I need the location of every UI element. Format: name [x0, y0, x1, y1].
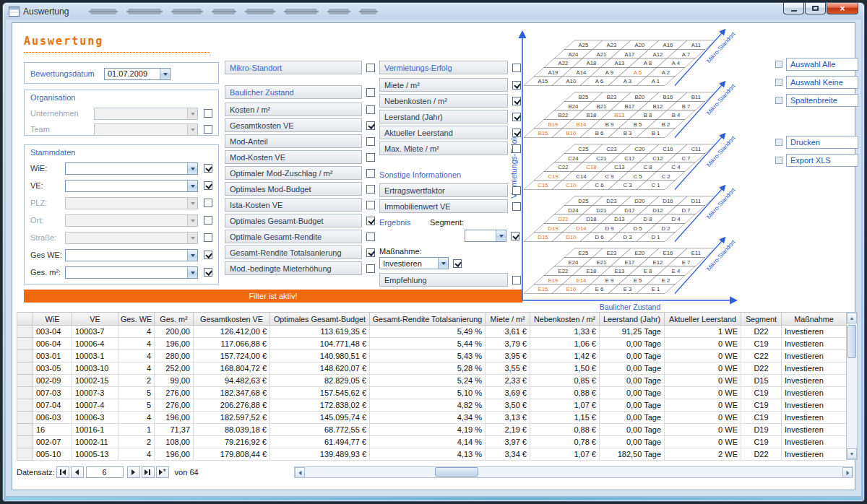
table-cell[interactable]: 10016-1: [72, 424, 118, 436]
field-combo[interactable]: [65, 180, 198, 192]
table-cell[interactable]: 006-04: [33, 338, 72, 350]
table-cell[interactable]: 0 WE: [665, 412, 741, 424]
table-cell[interactable]: 0 WE: [665, 350, 741, 362]
table-cell[interactable]: 5,43 %: [370, 350, 486, 362]
table-cell[interactable]: 252,00: [155, 362, 194, 375]
table-cell[interactable]: 007-04: [33, 399, 72, 412]
table-cell[interactable]: 5,28 %: [370, 362, 486, 375]
field-checkbox[interactable]: [366, 248, 375, 257]
table-cell[interactable]: 4: [118, 412, 155, 424]
table-cell[interactable]: 0,00 Tage: [600, 436, 665, 448]
field-checkbox[interactable]: [512, 276, 521, 284]
field-checkbox[interactable]: [512, 144, 521, 153]
button-checkbox[interactable]: [775, 157, 782, 164]
field-checkbox[interactable]: [204, 109, 212, 118]
table-cell[interactable]: 1,42 €: [530, 350, 600, 362]
first-record-button[interactable]: [56, 466, 69, 478]
table-cell[interactable]: 1,15 €: [530, 412, 600, 424]
table-cell[interactable]: 179.808,44 €: [194, 448, 270, 461]
table-cell[interactable]: 0,85 €: [530, 375, 600, 387]
table-cell[interactable]: 4: [118, 362, 155, 375]
table-cell[interactable]: 94.482,63 €: [194, 375, 270, 387]
table-cell[interactable]: 71,37: [155, 424, 194, 436]
table-cell[interactable]: 3,95 €: [486, 350, 530, 362]
table-cell[interactable]: 196,00: [155, 338, 194, 350]
table-cell[interactable]: 10007-4: [72, 399, 118, 412]
bewertungsdatum-combo[interactable]: 01.07.2009: [104, 68, 171, 80]
table-cell[interactable]: 182.597,52 €: [194, 412, 270, 424]
button-checkbox[interactable]: [775, 97, 782, 104]
field-checkbox[interactable]: [512, 64, 521, 72]
button-auswahl-alle[interactable]: Auswahl Alle: [786, 58, 858, 71]
table-cell[interactable]: 5,49 %: [370, 326, 486, 338]
table-cell[interactable]: C19: [741, 338, 782, 350]
field-combo[interactable]: [65, 214, 198, 227]
table-cell[interactable]: 0 WE: [665, 436, 741, 448]
table-cell[interactable]: 1,06 €: [530, 338, 600, 350]
table-cell[interactable]: 145.095,74 €: [270, 412, 370, 424]
menu-item-redacted[interactable]: [90, 9, 116, 14]
table-cell[interactable]: 0 WE: [665, 362, 741, 375]
table-cell[interactable]: C19: [741, 399, 782, 412]
column-header[interactable]: Nebenkosten / m²: [530, 313, 600, 326]
vertical-scroll-thumb[interactable]: [847, 325, 856, 358]
row-selector[interactable]: [17, 350, 33, 362]
field-combo[interactable]: [94, 108, 198, 120]
field-checkbox[interactable]: [204, 233, 212, 242]
table-cell[interactable]: 140.980,51 €: [270, 350, 370, 362]
table-cell[interactable]: 0 WE: [665, 338, 741, 350]
massnahme-checkbox[interactable]: [453, 259, 462, 268]
column-header[interactable]: VE: [72, 313, 118, 326]
table-cell[interactable]: Investieren: [782, 412, 847, 424]
table-cell[interactable]: 3,79 €: [486, 338, 530, 350]
scroll-left-button[interactable]: [295, 467, 305, 478]
table-cell[interactable]: 16: [33, 424, 72, 436]
table-cell[interactable]: 61.494,77 €: [270, 436, 370, 448]
vertical-scrollbar[interactable]: ▲ ▼: [846, 312, 858, 460]
table-cell[interactable]: 108,00: [155, 436, 194, 448]
segment-checkbox[interactable]: [511, 232, 519, 240]
table-cell[interactable]: 182.347,68 €: [194, 387, 270, 399]
row-selector[interactable]: [17, 326, 33, 338]
column-header[interactable]: Aktueller Leerstand: [665, 313, 741, 326]
table-cell[interactable]: 3,69 €: [486, 387, 530, 399]
previous-record-button[interactable]: [71, 466, 84, 478]
column-header[interactable]: Leerstand (Jahr): [600, 313, 665, 326]
table-cell[interactable]: 10002-11: [72, 436, 118, 448]
table-cell[interactable]: C22: [741, 350, 782, 362]
field-combo[interactable]: [65, 249, 198, 261]
row-selector-header[interactable]: [17, 313, 33, 326]
table-cell[interactable]: 5,24 %: [370, 375, 486, 387]
button-drucken[interactable]: Drucken: [786, 136, 858, 149]
table-cell[interactable]: 117.066,88 €: [194, 338, 270, 350]
field-checkbox[interactable]: [366, 88, 375, 97]
maximize-button[interactable]: [805, 3, 826, 14]
table-cell[interactable]: 4,14 %: [370, 436, 486, 448]
menu-item-redacted[interactable]: [285, 9, 317, 14]
table-cell[interactable]: 0 WE: [665, 399, 741, 412]
field-checkbox[interactable]: [204, 181, 212, 190]
field-combo[interactable]: [65, 197, 198, 209]
table-cell[interactable]: 006-03: [33, 412, 72, 424]
table-cell[interactable]: 0,00 Tage: [600, 399, 665, 412]
table-cell[interactable]: 4: [118, 350, 155, 362]
row-selector[interactable]: [17, 436, 33, 448]
column-header[interactable]: Ges. m²: [155, 313, 194, 326]
table-cell[interactable]: 10003-7: [72, 326, 118, 338]
menu-item-redacted[interactable]: [246, 9, 274, 14]
table-cell[interactable]: 005-10: [33, 448, 72, 461]
table-cell[interactable]: 172.838,02 €: [270, 399, 370, 412]
massnahme-combo[interactable]: Investieren: [379, 257, 449, 269]
field-checkbox[interactable]: [366, 185, 375, 194]
column-header[interactable]: Optimales Gesamt-Budget: [270, 313, 370, 326]
table-cell[interactable]: 002-09: [33, 375, 72, 387]
field-checkbox[interactable]: [204, 164, 212, 173]
field-checkbox[interactable]: [366, 233, 375, 241]
column-header[interactable]: Segment: [741, 313, 782, 326]
column-header[interactable]: Miete / m²: [486, 313, 530, 326]
table-cell[interactable]: 1,50 €: [530, 362, 600, 375]
table-cell[interactable]: D22: [741, 326, 782, 338]
field-checkbox[interactable]: [512, 202, 521, 211]
table-cell[interactable]: 4: [118, 338, 155, 350]
menu-item-redacted[interactable]: [128, 9, 161, 14]
